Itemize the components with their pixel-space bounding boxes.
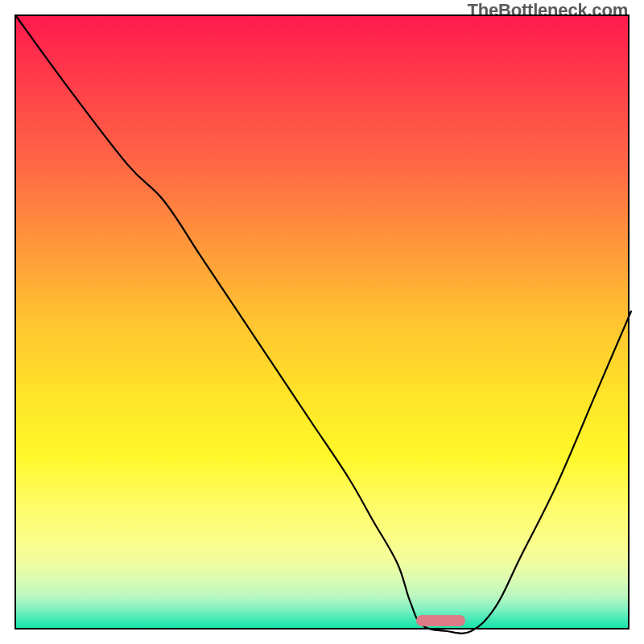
bottleneck-curve-path	[16, 16, 631, 634]
chart-wrapper: TheBottleneck.com	[0, 0, 644, 644]
plot-area	[14, 14, 630, 630]
optimal-range-marker	[416, 615, 465, 626]
bottleneck-curve	[16, 16, 631, 631]
